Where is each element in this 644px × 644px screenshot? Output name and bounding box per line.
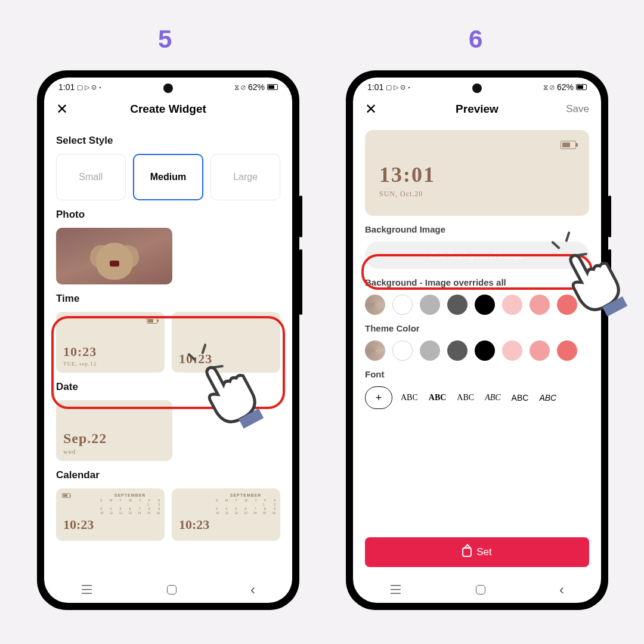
battery-icon (62, 493, 70, 498)
status-bar: 1:01 ▢ ▷ ⊙• ⧖ ⊘ 62% (353, 78, 601, 94)
font-option[interactable]: ABC (426, 393, 449, 402)
calendar-widget-2[interactable]: 10:23 SEPTEMBER SMTWTFS 12 3456789 10111… (172, 488, 280, 541)
nav-recent[interactable]: ||| (81, 584, 94, 596)
nav-back[interactable]: ‹ (250, 581, 255, 598)
palette-icon[interactable] (365, 340, 385, 361)
color-swatch[interactable] (557, 340, 577, 361)
font-label: Font (365, 369, 589, 379)
font-option[interactable]: ABC (537, 393, 559, 402)
font-option[interactable]: ABC (509, 393, 531, 402)
widget-preview: 13:01 SUN, Oct.20 (365, 130, 589, 216)
calendar-widget-1[interactable]: 10:23 SEPTEMBER SMTWTFS 12 3456789 10111… (56, 488, 165, 541)
close-icon[interactable]: ✕ (365, 101, 377, 117)
edit-background-button[interactable]: Edit Background Image (365, 242, 589, 269)
step-number-5: 5 (158, 25, 172, 54)
status-bar: 1:01 ▢ ▷ ⊙• ⧖ ⊘ 62% (44, 78, 292, 94)
size-small[interactable]: Small (56, 154, 126, 200)
select-style-label: Select Style (56, 135, 280, 147)
status-time: 1:01 (367, 82, 383, 92)
page-title: Create Widget (130, 103, 206, 116)
color-swatch[interactable] (530, 295, 550, 315)
nav-bar: ||| ‹ (353, 577, 601, 603)
status-battery: 62% (248, 82, 265, 92)
color-swatch[interactable] (392, 340, 413, 361)
battery-icon (561, 141, 576, 149)
theme-color-label: Theme Color (365, 323, 589, 333)
size-medium[interactable]: Medium (133, 154, 204, 200)
calendar-label: Calendar (56, 469, 280, 481)
color-swatch[interactable] (447, 295, 467, 315)
date-label: Date (56, 381, 280, 393)
time-widget-1[interactable]: 10:23 TUE, sep.12 (56, 312, 165, 373)
time-label: Time (56, 293, 280, 305)
bg-image-label: Background Image (365, 224, 589, 234)
page-title: Preview (456, 103, 499, 116)
close-icon[interactable]: ✕ (56, 101, 68, 117)
time-widget-2[interactable]: 10:23 (172, 312, 280, 373)
mini-calendar: SEPTEMBER SMTWTFS 12 3456789 10111213141… (100, 493, 160, 536)
bg-override-label: Background - Image overrides all (365, 277, 589, 287)
mini-calendar: SEPTEMBER SMTWTFS 12 3456789 10111213141… (216, 493, 275, 536)
nav-home[interactable] (476, 585, 485, 595)
color-swatch[interactable] (557, 295, 577, 315)
status-battery: 62% (557, 82, 574, 92)
battery-icon (147, 318, 157, 324)
font-option[interactable]: ABC (454, 393, 476, 402)
photo-widget-preview[interactable] (56, 228, 172, 284)
color-swatch[interactable] (530, 340, 550, 361)
theme-color-row (365, 340, 589, 361)
add-font-button[interactable]: + (365, 386, 392, 409)
photo-label: Photo (56, 209, 280, 221)
color-swatch[interactable] (502, 340, 522, 361)
color-swatch[interactable] (447, 340, 467, 361)
header: ✕ Create Widget (44, 94, 292, 126)
color-swatch[interactable] (392, 295, 413, 315)
nav-home[interactable] (167, 585, 177, 595)
palette-icon[interactable] (365, 295, 385, 315)
step-number-6: 6 (469, 25, 482, 54)
phone-frame-6: 1:01 ▢ ▷ ⊙• ⧖ ⊘ 62% ✕ Preview Save 13:01… (346, 70, 608, 610)
status-time: 1:01 (58, 82, 75, 92)
size-large[interactable]: Large (210, 154, 280, 200)
phone-frame-5: 1:01 ▢ ▷ ⊙• ⧖ ⊘ 62% ✕ Create Widget Sele… (37, 70, 299, 610)
color-swatch[interactable] (475, 340, 495, 361)
color-swatch[interactable] (420, 295, 440, 315)
nav-back[interactable]: ‹ (559, 581, 564, 598)
font-option[interactable]: ABC (398, 393, 420, 402)
save-button[interactable]: Save (566, 103, 589, 115)
color-swatch[interactable] (502, 295, 522, 315)
set-icon (462, 547, 472, 557)
set-button[interactable]: Set (365, 537, 589, 567)
nav-recent[interactable]: ||| (390, 584, 402, 596)
font-row: + ABC ABC ABC ABC ABC ABC (365, 386, 589, 409)
color-swatch[interactable] (475, 295, 495, 315)
nav-bar: ||| ‹ (44, 577, 292, 603)
date-widget[interactable]: Sep.22 wed (56, 400, 172, 461)
font-option[interactable]: ABC (482, 393, 503, 402)
header: ✕ Preview Save (353, 94, 601, 126)
background-color-row (365, 295, 589, 315)
color-swatch[interactable] (420, 340, 440, 361)
